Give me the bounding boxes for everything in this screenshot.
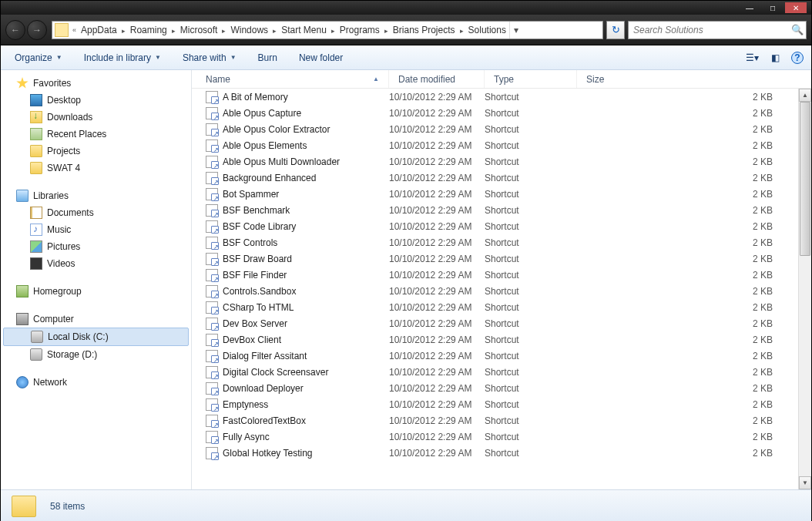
- search-box[interactable]: 🔍: [628, 21, 807, 39]
- file-row[interactable]: Fully Async10/10/2012 2:29 AMShortcut2 K…: [192, 429, 811, 445]
- back-button[interactable]: ←: [5, 20, 25, 40]
- status-text: 58 items: [50, 501, 85, 512]
- sidebar-item-projects[interactable]: Projects: [1, 143, 191, 160]
- close-button[interactable]: ✕: [785, 2, 807, 13]
- computer-heading[interactable]: Computer: [1, 311, 191, 328]
- burn-button[interactable]: Burn: [252, 49, 284, 66]
- file-type: Shortcut: [485, 318, 577, 329]
- file-row[interactable]: Able Opus Multi Downloader10/10/2012 2:2…: [192, 153, 811, 170]
- breadcrumb-programs[interactable]: Programs: [337, 25, 383, 35]
- file-size: 2 KB: [577, 415, 811, 426]
- file-row[interactable]: BSF Benchmark10/10/2012 2:29 AMShortcut2…: [192, 202, 811, 218]
- sidebar-item-swat4[interactable]: SWAT 4: [1, 160, 191, 176]
- maximize-button[interactable]: □: [762, 2, 783, 13]
- file-row[interactable]: Controls.Sandbox10/10/2012 2:29 AMShortc…: [192, 283, 811, 299]
- view-options-icon[interactable]: ☰▾: [745, 51, 759, 65]
- chevron-right-icon[interactable]: ▸: [271, 27, 278, 35]
- breadcrumb-overflow[interactable]: «: [71, 26, 78, 34]
- file-size: 2 KB: [577, 140, 811, 151]
- search-input[interactable]: [629, 25, 789, 35]
- sidebar-item-storage-d[interactable]: Storage (D:): [1, 346, 191, 363]
- file-row[interactable]: A Bit of Memory10/10/2012 2:29 AMShortcu…: [192, 89, 811, 105]
- preview-pane-icon[interactable]: ◧: [768, 51, 782, 65]
- file-row[interactable]: BSF File Finder10/10/2012 2:29 AMShortcu…: [192, 267, 811, 283]
- file-row[interactable]: Able Opus Color Extractor10/10/2012 2:29…: [192, 121, 811, 137]
- file-row[interactable]: BSF Draw Board10/10/2012 2:29 AMShortcut…: [192, 250, 811, 267]
- column-name[interactable]: Name▲: [192, 70, 389, 88]
- navbar: ← → « AppData▸Roaming▸Microsoft▸Windows▸…: [1, 15, 811, 45]
- network-heading[interactable]: Network: [1, 374, 191, 391]
- shortcut-icon: [206, 172, 218, 184]
- scroll-down-icon[interactable]: ▼: [799, 476, 811, 489]
- file-date: 10/10/2012 2:29 AM: [389, 205, 485, 216]
- shortcut-icon: [206, 431, 218, 443]
- file-row[interactable]: DevBox Client10/10/2012 2:29 AMShortcut2…: [192, 331, 811, 348]
- file-row[interactable]: Download Deployer10/10/2012 2:29 AMShort…: [192, 380, 811, 396]
- chevron-right-icon[interactable]: ▸: [120, 27, 127, 35]
- file-row[interactable]: Able Opus Elements10/10/2012 2:29 AMShor…: [192, 137, 811, 153]
- file-size: 2 KB: [577, 383, 811, 394]
- libraries-heading[interactable]: Libraries: [1, 187, 191, 204]
- file-name: BSF Benchmark: [223, 205, 290, 216]
- sidebar-item-documents[interactable]: Documents: [1, 204, 191, 221]
- breadcrumb-microsoft[interactable]: Microsoft: [177, 25, 221, 35]
- help-icon[interactable]: ?: [791, 52, 804, 64]
- search-icon[interactable]: 🔍: [789, 24, 806, 35]
- scrollbar[interactable]: ▲ ▼: [798, 89, 811, 489]
- file-name: Dialog Filter Assitant: [223, 351, 307, 361]
- scroll-up-icon[interactable]: ▲: [799, 89, 811, 102]
- pictures-icon: [30, 240, 42, 253]
- breadcrumb-solutions[interactable]: Solutions: [465, 25, 509, 35]
- breadcrumb-start-menu[interactable]: Start Menu: [278, 25, 330, 35]
- file-row[interactable]: BSF Code Library10/10/2012 2:29 AMShortc…: [192, 218, 811, 234]
- address-dropdown[interactable]: ▾: [509, 22, 523, 39]
- breadcrumb-appdata[interactable]: AppData: [78, 25, 120, 35]
- sidebar-item-videos[interactable]: Videos: [1, 255, 191, 272]
- file-row[interactable]: Emptyness10/10/2012 2:29 AMShortcut2 KB: [192, 396, 811, 412]
- chevron-right-icon[interactable]: ▸: [170, 27, 177, 35]
- chevron-right-icon[interactable]: ▸: [330, 27, 337, 35]
- chevron-right-icon[interactable]: ▸: [383, 27, 390, 35]
- file-row[interactable]: Global Hotkey Testing10/10/2012 2:29 AMS…: [192, 445, 811, 461]
- file-size: 2 KB: [577, 156, 811, 167]
- column-type[interactable]: Type: [485, 70, 577, 88]
- file-size: 2 KB: [577, 254, 811, 264]
- file-row[interactable]: BSF Controls10/10/2012 2:29 AMShortcut2 …: [192, 234, 811, 250]
- forward-button[interactable]: →: [27, 20, 47, 40]
- file-type: Shortcut: [485, 286, 577, 297]
- column-date[interactable]: Date modified: [389, 70, 485, 88]
- homegroup-heading[interactable]: Homegroup: [1, 283, 191, 300]
- file-row[interactable]: CSharp To HTML10/10/2012 2:29 AMShortcut…: [192, 299, 811, 315]
- file-row[interactable]: Able Opus Capture10/10/2012 2:29 AMShort…: [192, 105, 811, 121]
- toolbar: Organize▼ Include in library▼ Share with…: [1, 45, 811, 70]
- file-row[interactable]: Bot Spammer10/10/2012 2:29 AMShortcut2 K…: [192, 186, 811, 202]
- include-library-menu[interactable]: Include in library▼: [78, 49, 167, 66]
- new-folder-button[interactable]: New folder: [293, 49, 349, 66]
- file-row[interactable]: FastColoredTextBox10/10/2012 2:29 AMShor…: [192, 412, 811, 429]
- sidebar-item-music[interactable]: Music: [1, 221, 191, 238]
- file-row[interactable]: Background Enhanced10/10/2012 2:29 AMSho…: [192, 170, 811, 186]
- file-size: 2 KB: [577, 173, 811, 183]
- file-size: 2 KB: [577, 286, 811, 297]
- downloads-icon: [30, 111, 42, 123]
- sidebar-item-local-disk-c[interactable]: Local Disk (C:): [3, 328, 189, 346]
- breadcrumb-roaming[interactable]: Roaming: [127, 25, 170, 35]
- file-row[interactable]: Dialog Filter Assitant10/10/2012 2:29 AM…: [192, 348, 811, 364]
- breadcrumb-brians-projects[interactable]: Brians Projects: [390, 25, 458, 35]
- share-with-menu[interactable]: Share with▼: [176, 49, 243, 66]
- file-row[interactable]: Dev Box Server10/10/2012 2:29 AMShortcut…: [192, 315, 811, 331]
- sidebar-item-recent[interactable]: Recent Places: [1, 126, 191, 143]
- sidebar-item-downloads[interactable]: Downloads: [1, 109, 191, 126]
- organize-menu[interactable]: Organize▼: [8, 49, 69, 66]
- sidebar-item-desktop[interactable]: Desktop: [1, 92, 191, 109]
- sidebar-item-pictures[interactable]: Pictures: [1, 238, 191, 255]
- refresh-button[interactable]: ↻: [606, 21, 625, 39]
- scroll-thumb[interactable]: [800, 102, 810, 256]
- column-size[interactable]: Size: [577, 70, 811, 88]
- favorites-heading[interactable]: Favorites: [1, 75, 191, 92]
- chevron-right-icon[interactable]: ▸: [458, 27, 465, 35]
- file-row[interactable]: Digital Clock Screensaver10/10/2012 2:29…: [192, 364, 811, 380]
- breadcrumb-windows[interactable]: Windows: [227, 25, 271, 35]
- minimize-button[interactable]: —: [739, 2, 760, 13]
- address-bar[interactable]: « AppData▸Roaming▸Microsoft▸Windows▸Star…: [52, 21, 603, 39]
